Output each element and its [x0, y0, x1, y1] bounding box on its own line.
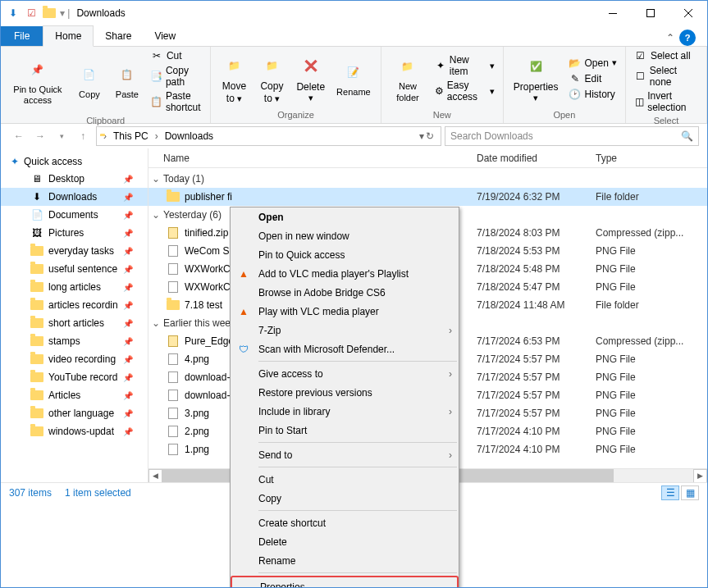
- menu-create-shortcut[interactable]: Create shortcut: [231, 513, 459, 532]
- pin-to-quick-access-button[interactable]: 📌 Pin to Quick access: [6, 55, 70, 107]
- open-button[interactable]: 📂Open ▾: [565, 56, 620, 71]
- crumb-downloads[interactable]: Downloads: [162, 130, 217, 142]
- new-folder-button[interactable]: 📁 New folder: [386, 52, 430, 104]
- column-name[interactable]: Name: [148, 153, 477, 164]
- maximize-button[interactable]: [632, 1, 669, 25]
- column-date[interactable]: Date modified: [477, 153, 596, 164]
- menu-pin-quick-access[interactable]: Pin to Quick access: [231, 245, 459, 264]
- menu-pin-start[interactable]: Pin to Start: [231, 421, 459, 440]
- menu-defender[interactable]: 🛡Scan with Microsoft Defender...: [231, 340, 459, 358]
- new-item-button[interactable]: ✦New item ▾: [431, 53, 498, 78]
- scroll-right-icon[interactable]: ▶: [693, 469, 707, 483]
- menu-properties[interactable]: Properties: [232, 577, 457, 588]
- menu-copy[interactable]: Copy: [231, 489, 459, 508]
- sidebar-item[interactable]: 📄Documents📌: [1, 206, 148, 224]
- sidebar-item[interactable]: YouTube record📌: [1, 368, 148, 386]
- crumb-this-pc[interactable]: This PC: [110, 130, 152, 142]
- menu-cut[interactable]: Cut: [231, 470, 459, 489]
- menu-delete[interactable]: Delete: [231, 532, 459, 551]
- menu-send-to[interactable]: Send to›: [231, 445, 459, 464]
- column-headers[interactable]: Name Date modified Type: [148, 148, 707, 168]
- sidebar-item[interactable]: stamps📌: [1, 332, 148, 350]
- pin-icon: 📌: [123, 229, 133, 238]
- file-tab[interactable]: File: [1, 26, 43, 46]
- menu-include-library[interactable]: Include in library›: [231, 402, 459, 421]
- sidebar-item[interactable]: everyday tasks📌: [1, 242, 148, 260]
- select-none-button[interactable]: ☐Select none: [631, 64, 701, 89]
- back-button[interactable]: ←: [9, 126, 29, 146]
- select-group-label: Select: [631, 114, 701, 127]
- cut-button[interactable]: ✂Cut: [147, 48, 205, 63]
- scroll-left-icon[interactable]: ◀: [148, 469, 162, 483]
- easy-access-button[interactable]: ⚙Easy access ▾: [431, 79, 498, 103]
- menu-restore-versions[interactable]: Restore previous versions: [231, 383, 459, 402]
- select-all-button[interactable]: ☑Select all: [631, 48, 701, 63]
- down-arrow-icon[interactable]: ⬇: [6, 6, 21, 21]
- sidebar-item[interactable]: video recording📌: [1, 350, 148, 368]
- file-row[interactable]: publisher fi7/19/2024 6:32 PMFile folder: [148, 188, 707, 206]
- sidebar-item[interactable]: 🖼Pictures📌: [1, 224, 148, 242]
- sidebar-item[interactable]: useful sentence📌: [1, 260, 148, 278]
- copy-to-button[interactable]: 📁 Copy to ▾: [254, 51, 290, 106]
- large-icons-view-button[interactable]: ▦: [681, 485, 699, 500]
- menu-vlc-play[interactable]: ▲Play with VLC media player: [231, 302, 459, 321]
- svg-rect-0: [609, 13, 617, 14]
- share-tab[interactable]: Share: [94, 26, 143, 46]
- breadcrumb-dropdown-icon[interactable]: ▾: [419, 130, 424, 142]
- group-header[interactable]: ⌄Today (1): [148, 170, 707, 188]
- sidebar-item[interactable]: windows-updat📌: [1, 422, 148, 440]
- menu-7zip[interactable]: 7-Zip›: [231, 321, 459, 340]
- copy-to-icon: 📁: [258, 52, 285, 79]
- pin-icon: 📌: [123, 409, 133, 418]
- up-button[interactable]: ↑: [73, 126, 93, 146]
- sidebar-item[interactable]: short articles📌: [1, 314, 148, 332]
- check-icon[interactable]: ☑: [24, 6, 39, 21]
- pin-icon: 📌: [123, 247, 133, 256]
- menu-rename[interactable]: Rename: [231, 551, 459, 570]
- sidebar-item[interactable]: Articles📌: [1, 386, 148, 404]
- quick-access-root[interactable]: ✦ Quick access: [1, 153, 148, 170]
- search-icon: 🔍: [681, 130, 693, 142]
- sidebar-item[interactable]: articles recordin📌: [1, 296, 148, 314]
- folder-icon: [30, 335, 43, 348]
- new-item-icon: ✦: [434, 59, 445, 72]
- refresh-icon[interactable]: ↻: [426, 130, 434, 142]
- column-type[interactable]: Type: [596, 153, 707, 164]
- paste-shortcut-button[interactable]: 📋Paste shortcut: [147, 89, 205, 114]
- forward-button[interactable]: →: [30, 126, 50, 146]
- details-view-button[interactable]: ☰: [661, 485, 679, 500]
- home-tab[interactable]: Home: [43, 25, 94, 47]
- help-icon[interactable]: ?: [679, 30, 696, 46]
- history-button[interactable]: 🕑History: [565, 87, 620, 102]
- move-icon: 📁: [221, 52, 247, 79]
- properties-button[interactable]: ✅ Properties ▾: [509, 52, 564, 106]
- file-icon: [167, 443, 180, 456]
- invert-selection-button[interactable]: ◫Invert selection: [631, 89, 701, 114]
- menu-vlc-playlist[interactable]: ▲Add to VLC media player's Playlist: [231, 264, 459, 283]
- view-tab[interactable]: View: [143, 26, 187, 46]
- search-input[interactable]: Search Downloads 🔍: [445, 126, 699, 146]
- copy-button[interactable]: 📄 Copy: [71, 60, 107, 102]
- menu-give-access[interactable]: Give access to›: [231, 364, 459, 383]
- rename-button[interactable]: 📝 Rename: [331, 57, 376, 99]
- breadcrumb[interactable]: This PC Downloads ▾ ↻: [96, 126, 441, 146]
- sidebar-item[interactable]: other language📌: [1, 404, 148, 422]
- pin-icon: 📌: [123, 427, 133, 436]
- sidebar-item[interactable]: long articles📌: [1, 278, 148, 296]
- edit-button[interactable]: ✎Edit: [565, 71, 620, 86]
- move-to-button[interactable]: 📁 Move to ▾: [216, 51, 252, 106]
- ribbon-collapse-icon[interactable]: ⌃: [666, 32, 674, 43]
- recent-dropdown[interactable]: ▾: [52, 126, 71, 146]
- sidebar-item[interactable]: ⬇Downloads📌: [1, 188, 148, 206]
- ribbon-tabs: File Home Share View ⌃ ?: [1, 25, 707, 47]
- delete-button[interactable]: ✕ Delete ▾: [291, 52, 330, 106]
- sidebar-item[interactable]: 🖥Desktop📌: [1, 170, 148, 188]
- menu-adobe-bridge[interactable]: Browse in Adobe Bridge CS6: [231, 283, 459, 302]
- select-all-icon: ☑: [634, 49, 647, 62]
- minimize-button[interactable]: [594, 1, 632, 25]
- paste-button[interactable]: 📋 Paste: [109, 60, 145, 102]
- menu-open-new-window[interactable]: Open in new window: [231, 226, 459, 245]
- close-button[interactable]: [669, 1, 707, 25]
- menu-open[interactable]: Open: [231, 207, 459, 226]
- copy-path-button[interactable]: 📑Copy path: [147, 64, 205, 89]
